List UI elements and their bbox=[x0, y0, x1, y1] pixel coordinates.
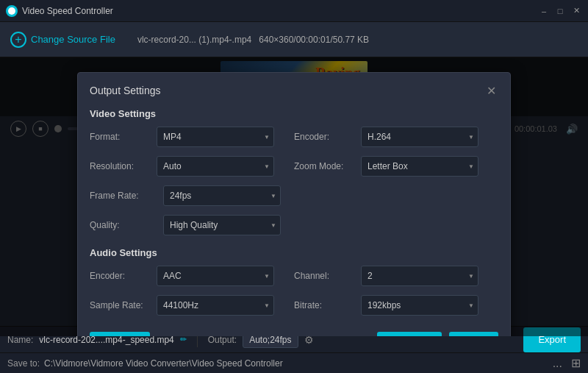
app-title: Video Speed Controller bbox=[22, 6, 538, 16]
more-options-button[interactable]: ... bbox=[553, 357, 562, 370]
zoom-mode-select-wrapper: Letter Box bbox=[361, 156, 478, 177]
resolution-select-wrapper: Auto bbox=[157, 156, 274, 177]
resolution-zoom-row: Resolution: Auto Zoom Mode: Letter Box bbox=[78, 156, 510, 185]
resolution-select[interactable]: Auto bbox=[157, 156, 274, 177]
svg-point-0 bbox=[8, 7, 15, 15]
save-to-label: Save to: bbox=[7, 358, 40, 369]
frame-rate-select[interactable]: 24fps bbox=[163, 185, 281, 206]
title-bar: Video Speed Controller – □ ✕ bbox=[0, 0, 588, 22]
sample-rate-select[interactable]: 44100Hz bbox=[157, 295, 274, 316]
dialog-ok-cancel-group: Cancel OK bbox=[377, 332, 498, 336]
frame-rate-select-wrapper: 24fps bbox=[163, 185, 281, 206]
quality-label: Quality: bbox=[90, 220, 156, 230]
video-settings-label: Video Settings bbox=[78, 105, 510, 127]
encoder-select[interactable]: H.264 bbox=[361, 127, 478, 147]
ok-button[interactable]: OK bbox=[449, 332, 498, 336]
main-area: Raying ▶ ■ 00:00:01.03 🔊 Output Settings… bbox=[0, 57, 588, 336]
format-label: Format: bbox=[90, 132, 152, 142]
change-source-label: Change Source File bbox=[31, 34, 115, 45]
frame-rate-label: Frame Rate: bbox=[90, 191, 156, 201]
resolution-col: Resolution: Auto bbox=[90, 156, 294, 177]
dialog-title: Output Settings bbox=[90, 85, 161, 96]
channel-col: Channel: 2 bbox=[294, 266, 498, 286]
encoder-label: Encoder: bbox=[294, 132, 356, 142]
bitrate-select[interactable]: 192kbps bbox=[361, 295, 478, 316]
format-encoder-row: Format: MP4 Encoder: H.264 bbox=[78, 127, 510, 156]
bitrate-select-wrapper: 192kbps bbox=[361, 295, 478, 316]
cancel-button[interactable]: Cancel bbox=[377, 332, 442, 336]
bitrate-col: Bitrate: 192kbps bbox=[294, 295, 498, 316]
dialog-close-button[interactable]: ✕ bbox=[484, 83, 498, 98]
quality-row: Quality: High Quality bbox=[78, 215, 510, 244]
sample-rate-col: Sample Rate: 44100Hz bbox=[90, 295, 294, 316]
format-select[interactable]: MP4 bbox=[157, 127, 274, 147]
dialog-header: Output Settings ✕ bbox=[78, 73, 510, 105]
frame-rate-row: Frame Rate: 24fps bbox=[78, 185, 510, 215]
close-window-button[interactable]: ✕ bbox=[570, 5, 582, 17]
change-source-button[interactable]: + Change Source File bbox=[10, 32, 115, 48]
modal-overlay: Output Settings ✕ Video Settings Format:… bbox=[0, 57, 588, 336]
audio-encoder-channel-row: Encoder: AAC Channel: 2 bbox=[78, 266, 510, 295]
samplerate-bitrate-row: Sample Rate: 44100Hz Bitrate: 192kbps bbox=[78, 295, 510, 324]
toolbar: + Change Source File vlc-record-20... (1… bbox=[0, 22, 588, 57]
audio-encoder-col: Encoder: AAC bbox=[90, 266, 294, 286]
sample-rate-select-wrapper: 44100Hz bbox=[157, 295, 274, 316]
quality-select-wrapper: High Quality bbox=[163, 215, 281, 235]
audio-encoder-select[interactable]: AAC bbox=[157, 266, 274, 286]
add-icon: + bbox=[10, 32, 26, 48]
maximize-button[interactable]: □ bbox=[554, 5, 566, 17]
minimize-button[interactable]: – bbox=[538, 5, 550, 17]
file-info: vlc-record-20... (1).mp4-.mp4 640×360/00… bbox=[137, 35, 369, 45]
channel-select-wrapper: 2 bbox=[361, 266, 478, 286]
channel-select[interactable]: 2 bbox=[361, 266, 478, 286]
channel-label: Channel: bbox=[294, 271, 356, 281]
zoom-mode-col: Zoom Mode: Letter Box bbox=[294, 156, 498, 177]
format-col: Format: MP4 bbox=[90, 127, 294, 147]
audio-settings-label: Audio Settings bbox=[78, 244, 510, 266]
reset-button[interactable]: Reset bbox=[90, 332, 150, 336]
audio-encoder-label: Encoder: bbox=[90, 271, 152, 281]
window-controls: – □ ✕ bbox=[538, 5, 582, 17]
zoom-mode-select[interactable]: Letter Box bbox=[361, 156, 478, 177]
sample-rate-label: Sample Rate: bbox=[90, 300, 152, 310]
layers-icon[interactable]: ⊞ bbox=[571, 356, 581, 370]
resolution-label: Resolution: bbox=[90, 161, 152, 171]
zoom-mode-label: Zoom Mode: bbox=[294, 161, 356, 171]
bottom-row2: Save to: C:\Vidmore\Vidmore Video Conver… bbox=[0, 352, 588, 373]
app-icon bbox=[6, 5, 18, 17]
save-path: C:\Vidmore\Vidmore Video Converter\Video… bbox=[44, 358, 283, 369]
format-select-wrapper: MP4 bbox=[157, 127, 274, 147]
output-settings-dialog: Output Settings ✕ Video Settings Format:… bbox=[77, 72, 511, 336]
quality-select[interactable]: High Quality bbox=[163, 215, 281, 235]
audio-encoder-select-wrapper: AAC bbox=[157, 266, 274, 286]
dialog-actions: Reset Cancel OK bbox=[78, 324, 510, 336]
encoder-col: Encoder: H.264 bbox=[294, 127, 498, 147]
bitrate-label: Bitrate: bbox=[294, 300, 356, 310]
encoder-select-wrapper: H.264 bbox=[361, 127, 478, 147]
